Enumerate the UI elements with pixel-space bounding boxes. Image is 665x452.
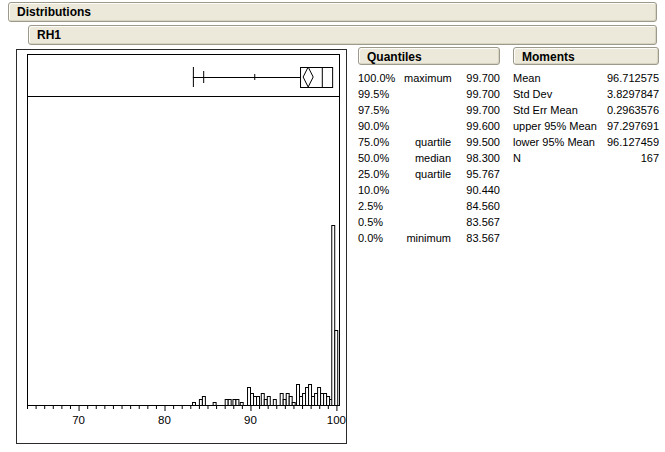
quantile-label xyxy=(404,198,451,214)
moment-value: 167 xyxy=(641,150,659,166)
quantile-value: 99.700 xyxy=(451,70,500,86)
outlier-boxplot[interactable] xyxy=(193,67,333,88)
histogram-bar[interactable] xyxy=(213,403,216,406)
quantile-percent: 90.0% xyxy=(358,118,404,134)
quantile-row: 10.0%90.440 xyxy=(358,182,500,198)
rh1-section-label: RH1 xyxy=(37,28,61,42)
quantile-row: 90.0%99.600 xyxy=(358,118,500,134)
quantile-label xyxy=(404,86,451,102)
quantile-percent: 50.0% xyxy=(358,150,404,166)
x-axis-tick-label: 90 xyxy=(244,414,257,426)
histogram-bar[interactable] xyxy=(236,400,239,406)
quantile-percent: 2.5% xyxy=(358,198,404,214)
quantile-label xyxy=(404,118,451,134)
quantile-value: 84.560 xyxy=(451,198,500,214)
moments-panel-title[interactable]: Moments xyxy=(513,47,659,65)
moment-label: Mean xyxy=(513,70,607,86)
histogram-bar[interactable] xyxy=(257,397,260,406)
moment-label: Std Dev xyxy=(513,86,607,102)
quantile-value: 99.700 xyxy=(451,86,500,102)
quantiles-title-label: Quantiles xyxy=(367,50,422,64)
moment-value: 0.2963576 xyxy=(607,102,659,118)
quantile-value: 90.440 xyxy=(451,182,500,198)
quantile-label xyxy=(404,214,451,230)
quantile-label xyxy=(404,102,451,118)
quantile-percent: 25.0% xyxy=(358,166,404,182)
quantile-percent: 10.0% xyxy=(358,182,404,198)
moment-row: Mean96.712575 xyxy=(513,70,659,86)
quantile-value: 83.567 xyxy=(451,230,500,246)
quantile-value: 95.767 xyxy=(451,166,500,182)
histogram-bar[interactable] xyxy=(267,397,270,406)
quantile-value: 99.700 xyxy=(451,102,500,118)
x-axis-tick-label: 100 xyxy=(327,414,346,426)
moment-row: lower 95% Mean96.127459 xyxy=(513,134,659,150)
moment-label: lower 95% Mean xyxy=(513,134,607,150)
distributions-header[interactable]: Distributions xyxy=(8,2,657,22)
quantile-value: 99.600 xyxy=(451,118,500,134)
x-axis-tick-label: 70 xyxy=(72,414,85,426)
quantile-label: minimum xyxy=(404,230,451,246)
distribution-report: Distributions RH1 708090100 Quantiles 10… xyxy=(0,0,665,452)
quantile-value: 99.500 xyxy=(451,134,500,150)
histogram-bar[interactable] xyxy=(193,403,196,406)
histogram-bar[interactable] xyxy=(273,400,276,406)
histogram-bars xyxy=(193,226,338,406)
moment-value: 96.127459 xyxy=(607,134,659,150)
quantiles-panel-title[interactable]: Quantiles xyxy=(358,47,500,65)
moment-label: N xyxy=(513,150,641,166)
quantile-label xyxy=(404,182,451,198)
quantile-label: quartile xyxy=(404,166,451,182)
distributions-header-label: Distributions xyxy=(17,5,91,19)
histogram-bar[interactable] xyxy=(335,331,338,406)
quantile-row: 97.5%99.700 xyxy=(358,102,500,118)
quantile-percent: 0.0% xyxy=(358,230,404,246)
moment-value: 3.8297847 xyxy=(607,86,659,102)
quantiles-table: 100.0%maximum99.70099.5%99.70097.5%99.70… xyxy=(358,70,500,246)
quantile-percent: 75.0% xyxy=(358,134,404,150)
quantile-label: quartile xyxy=(404,134,451,150)
boxplot-box[interactable] xyxy=(301,68,333,88)
quantile-row: 0.5%83.567 xyxy=(358,214,500,230)
quantile-label: median xyxy=(404,150,451,166)
quantile-value: 98.300 xyxy=(451,150,500,166)
histogram-boxplot-chart[interactable]: 708090100 xyxy=(16,49,347,444)
histogram-bar[interactable] xyxy=(202,397,205,406)
rh1-section-header[interactable]: RH1 xyxy=(28,25,657,45)
moments-panel: Moments Mean96.712575Std Dev3.8297847Std… xyxy=(513,47,659,166)
quantile-row: 2.5%84.560 xyxy=(358,198,500,214)
moment-value: 97.297691 xyxy=(607,118,659,134)
quantile-label: maximum xyxy=(404,70,451,86)
moment-value: 96.712575 xyxy=(607,70,659,86)
histogram-bar[interactable] xyxy=(292,403,295,406)
quantile-row: 25.0%quartile95.767 xyxy=(358,166,500,182)
quantile-percent: 0.5% xyxy=(358,214,404,230)
moment-row: Std Dev3.8297847 xyxy=(513,86,659,102)
moment-row: N167 xyxy=(513,150,659,166)
plot-inner-border xyxy=(28,55,340,406)
quantile-value: 83.567 xyxy=(451,214,500,230)
histogram-bar[interactable] xyxy=(240,403,243,406)
histogram-bar[interactable] xyxy=(228,400,231,406)
quantile-row: 75.0%quartile99.500 xyxy=(358,134,500,150)
quantiles-panel: Quantiles 100.0%maximum99.70099.5%99.700… xyxy=(358,47,500,246)
moment-row: Std Err Mean0.2963576 xyxy=(513,102,659,118)
quantile-row: 99.5%99.700 xyxy=(358,86,500,102)
quantile-percent: 99.5% xyxy=(358,86,404,102)
moment-label: Std Err Mean xyxy=(513,102,607,118)
quantile-percent: 97.5% xyxy=(358,102,404,118)
x-axis-tick-label: 80 xyxy=(158,414,171,426)
moment-row: upper 95% Mean97.297691 xyxy=(513,118,659,134)
quantile-percent: 100.0% xyxy=(358,70,404,86)
moments-title-label: Moments xyxy=(522,50,575,64)
histogram-boxplot-frame: 708090100 xyxy=(16,49,347,444)
x-axis: 708090100 xyxy=(28,406,347,426)
quantile-row: 50.0%median98.300 xyxy=(358,150,500,166)
quantile-row: 100.0%maximum99.700 xyxy=(358,70,500,86)
quantile-row: 0.0%minimum83.567 xyxy=(358,230,500,246)
moment-label: upper 95% Mean xyxy=(513,118,607,134)
moments-table: Mean96.712575Std Dev3.8297847Std Err Mea… xyxy=(513,70,659,166)
